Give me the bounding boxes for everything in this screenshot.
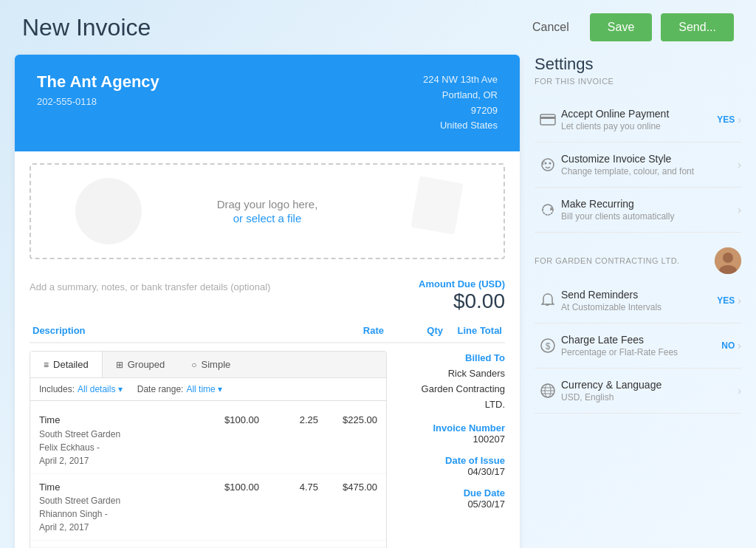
late-fees-text: Charge Late Fees Percentage or Flat-Rate… <box>561 334 721 357</box>
due-date-section: Due Date 05/30/17 <box>402 487 505 510</box>
amount-due-section: Amount Due (USD) $0.00 <box>419 278 505 313</box>
settings-item-late-fees[interactable]: $ Charge Late Fees Percentage or Flat-Ra… <box>535 323 741 369</box>
line-items-columns: Description Rate Qty Line Total <box>30 325 505 343</box>
top-bar-actions: Cancel Save Send... <box>520 13 734 41</box>
col-qty: Qty <box>384 325 443 336</box>
page-title: New Invoice <box>22 14 520 41</box>
date-of-issue-section: Date of Issue 04/30/17 <box>402 455 505 477</box>
amount-due-label: Amount Due (USD) <box>419 278 505 290</box>
cancel-button[interactable]: Cancel <box>520 15 581 40</box>
send-button[interactable]: Send... <box>661 13 734 41</box>
chevron-right-icon: › <box>738 114 741 126</box>
dollar-icon: $ <box>535 338 561 353</box>
svg-point-4 <box>549 162 551 165</box>
company-address: 224 NW 13th Ave Portland, OR 97209 Unite… <box>423 72 498 134</box>
company-name: The Ant Agency <box>37 72 159 92</box>
line-items-list: Time South Street Garden Felix Eckhaus -… <box>30 401 386 547</box>
svg-point-3 <box>545 162 547 165</box>
filter-row: Includes: All details ▾ Date range: All … <box>30 378 386 401</box>
recurring-icon <box>535 202 561 217</box>
client-avatar <box>715 247 741 274</box>
invoice-panel: The Ant Agency 202-555-0118 224 NW 13th … <box>15 55 520 548</box>
settings-panel: Settings FOR THIS INVOICE Accept Online … <box>535 55 741 548</box>
item-desc-1: Time South Street Garden Felix Eckhaus -… <box>39 413 200 467</box>
grouped-icon: ⊞ <box>116 360 123 370</box>
save-button[interactable]: Save <box>590 13 652 41</box>
date-range-dropdown[interactable]: All time ▾ <box>186 384 222 394</box>
send-reminders-text: Send Reminders At Customizable Intervals <box>561 289 717 312</box>
line-items-container: ≡ Detailed ⊞ Grouped ○ Simple <box>30 351 387 548</box>
table-row: Time South Street Garden Rhiannon Singh … <box>30 474 386 541</box>
tab-grouped[interactable]: ⊞ Grouped <box>103 352 179 377</box>
includes-dropdown[interactable]: All details ▾ <box>78 384 123 394</box>
simple-icon: ○ <box>191 360 196 370</box>
online-payment-text: Accept Online Payment Let clients pay yo… <box>561 108 717 131</box>
settings-item-online-payment[interactable]: Accept Online Payment Let clients pay yo… <box>535 97 741 143</box>
chevron-right-icon: › <box>738 159 741 171</box>
recurring-text: Make Recurring Bill your clients automat… <box>561 198 738 222</box>
invoice-style-text: Customize Invoice Style Change template,… <box>561 153 738 177</box>
settings-item-send-reminders[interactable]: Send Reminders At Customizable Intervals… <box>535 278 741 323</box>
chevron-right-icon: › <box>738 295 741 306</box>
settings-item-currency[interactable]: Currency & Language USD, English › <box>535 369 741 414</box>
logo-placeholder-square <box>410 177 463 235</box>
tab-simple[interactable]: ○ Simple <box>178 352 244 377</box>
col-description: Description <box>32 325 325 336</box>
company-info: The Ant Agency 202-555-0118 <box>37 72 159 107</box>
svg-rect-1 <box>540 117 555 119</box>
client-section-label: FOR GARDEN CONTRACTING LTD. <box>535 247 741 274</box>
palette-icon <box>535 157 561 172</box>
tab-detailed[interactable]: ≡ Detailed <box>30 352 103 377</box>
chevron-right-icon: › <box>738 340 741 352</box>
card-icon <box>535 114 561 126</box>
date-range-filter[interactable]: Date range: All time ▾ <box>137 384 222 394</box>
svg-text:$: $ <box>546 341 551 352</box>
logo-upload-text: Drag your logo here, or select a file <box>217 198 318 225</box>
item-desc-2: Time South Street Garden Rhiannon Singh … <box>39 480 200 535</box>
chevron-right-icon: › <box>738 385 741 397</box>
detailed-icon: ≡ <box>44 360 49 370</box>
top-bar: New Invoice Cancel Save Send... <box>0 0 756 55</box>
company-phone: 202-555-0118 <box>37 96 159 107</box>
tabs-row: ≡ Detailed ⊞ Grouped ○ Simple <box>30 352 386 378</box>
logo-upload-area[interactable]: Drag your logo here, or select a file <box>30 163 505 259</box>
col-rate: Rate <box>325 325 384 336</box>
svg-point-6 <box>723 253 733 263</box>
amount-due-value: $0.00 <box>419 290 505 313</box>
main-content: The Ant Agency 202-555-0118 224 NW 13th … <box>0 55 756 548</box>
invoice-header: The Ant Agency 202-555-0118 224 NW 13th … <box>15 55 520 151</box>
col-total: Line Total <box>443 325 502 336</box>
settings-title: Settings <box>535 55 741 74</box>
settings-item-recurring[interactable]: Make Recurring Bill your clients automat… <box>535 188 741 233</box>
settings-subtitle: FOR THIS INVOICE <box>535 77 741 86</box>
invoice-body: Add a summary, notes, or bank transfer d… <box>15 271 520 548</box>
svg-point-2 <box>542 159 554 171</box>
globe-icon <box>535 383 561 398</box>
billed-to-section: Billed To Rick Sanders Garden Contractin… <box>402 351 505 412</box>
summary-input[interactable]: Add a summary, notes, or bank transfer d… <box>30 278 419 292</box>
line-item-tabs: ≡ Detailed ⊞ Grouped ○ Simple <box>30 351 387 548</box>
chevron-right-icon: › <box>738 204 741 216</box>
invoice-meta-panel: Billed To Rick Sanders Garden Contractin… <box>402 351 505 548</box>
table-row: Time South Street Garden Felix Eckhaus -… <box>30 407 386 474</box>
includes-filter[interactable]: Includes: All details ▾ <box>39 384 123 394</box>
svg-rect-0 <box>540 114 555 125</box>
summary-row: Add a summary, notes, or bank transfer d… <box>30 278 505 313</box>
logo-placeholder-circle <box>75 178 142 244</box>
select-file-link[interactable]: or select a file <box>233 212 302 225</box>
invoice-number-section: Invoice Number 100207 <box>402 422 505 445</box>
currency-text: Currency & Language USD, English <box>561 379 738 403</box>
bell-icon <box>535 293 561 308</box>
settings-item-invoice-style[interactable]: Customize Invoice Style Change template,… <box>535 143 741 188</box>
